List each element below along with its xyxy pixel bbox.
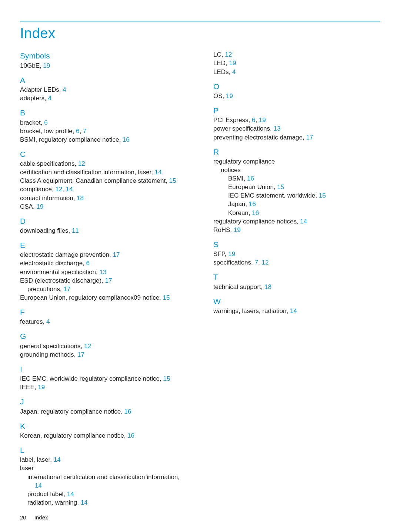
index-entry: ESD (electrostatic discharge), 17 <box>20 277 204 285</box>
index-page-link[interactable]: 15 <box>277 183 284 191</box>
index-column-left: Symbols10GbE, 19AAdapter LEDs, 4adapters… <box>20 51 204 507</box>
page-title: Index <box>20 24 380 43</box>
index-page-link[interactable]: 15 <box>163 294 170 301</box>
index-page-link[interactable]: 19 <box>229 60 236 67</box>
index-section-head: K <box>20 421 204 431</box>
page-footer: 20 Index <box>20 514 48 521</box>
index-page-link[interactable]: 4 <box>46 318 50 325</box>
index-section-head: D <box>20 216 204 226</box>
index-page-link[interactable]: 19 <box>234 226 241 233</box>
index-page-link[interactable]: 6 <box>44 119 47 126</box>
index-column-right: LC, 12LED, 19LEDs, 4OOS, 19PPCI Express,… <box>213 51 380 507</box>
index-page-link[interactable]: 4 <box>48 95 51 102</box>
index-entry-text: Class A equipment, Canadian compliance s… <box>20 177 169 184</box>
index-page-link[interactable]: 12 <box>78 160 85 167</box>
index-entry: bracket, 6 <box>20 119 204 127</box>
index-page-link[interactable]: 16 <box>249 201 256 208</box>
index-entry: laser <box>20 464 204 472</box>
index-page-link[interactable]: 17 <box>63 286 70 293</box>
index-entry: contact information, 18 <box>20 194 204 202</box>
index-page-link[interactable]: 16 <box>123 136 130 143</box>
index-page-link[interactable]: 16 <box>252 209 259 216</box>
index-page-link[interactable]: 14 <box>290 307 297 314</box>
index-page-link[interactable]: 19 <box>259 117 266 124</box>
index-entry-text: OS, <box>213 92 226 100</box>
index-entry-text: Korean, <box>228 209 252 216</box>
index-page-link[interactable]: 12 <box>261 259 269 266</box>
index-page-link[interactable]: 4 <box>232 68 236 75</box>
index-page-link[interactable]: 17 <box>306 134 313 141</box>
index-entry: technical support, 18 <box>213 283 380 291</box>
index-entry-text: electrostatic discharge, <box>20 260 86 267</box>
index-page-link[interactable]: 14 <box>67 491 74 498</box>
index-entry-text: international certification and classifi… <box>27 474 180 481</box>
index-page-link[interactable]: 17 <box>105 277 112 284</box>
index-entry-text: general specifications, <box>20 343 84 350</box>
index-entry-text: adapters, <box>20 95 48 102</box>
index-section-head: A <box>20 75 204 85</box>
index-page-link[interactable]: 16 <box>127 432 134 439</box>
index-page-link[interactable]: 14 <box>155 169 162 176</box>
index-page-separator: , <box>62 186 66 193</box>
index-page-link[interactable]: 7 <box>255 259 258 266</box>
index-page-link[interactable]: 12 <box>225 51 232 58</box>
index-entry: LC, 12 <box>213 51 380 59</box>
index-page-link[interactable]: 6 <box>252 117 255 124</box>
index-entry-text: environmental specification, <box>20 269 100 276</box>
index-page-link[interactable]: 14 <box>54 456 61 463</box>
index-page-link[interactable]: 7 <box>83 128 86 135</box>
index-page-link[interactable]: 15 <box>163 375 170 382</box>
index-entry-text: LED, <box>213 60 229 67</box>
index-page-link[interactable]: 14 <box>35 482 42 489</box>
index-entry-text: 10GbE, <box>20 62 43 69</box>
index-page-link[interactable]: 17 <box>113 251 120 258</box>
index-page-link[interactable]: 15 <box>169 177 176 184</box>
index-page-link[interactable]: 16 <box>124 408 131 415</box>
index-section-head: F <box>20 307 204 317</box>
index-page-link[interactable]: 11 <box>72 227 79 234</box>
index-entry-text: bracket, low profile, <box>20 128 76 135</box>
index-page-link[interactable]: 18 <box>77 195 84 202</box>
index-entry: Korean, regulatory compliance notice, 16 <box>20 432 204 440</box>
index-entry-text: laser <box>20 465 34 472</box>
index-page-link[interactable]: 19 <box>43 62 50 69</box>
index-page-separator: , <box>258 259 261 266</box>
index-page-link[interactable]: 6 <box>86 260 90 267</box>
index-entry-text: notices <box>221 166 241 174</box>
index-entry-text: Japan, regulatory compliance notice, <box>20 408 124 415</box>
index-entry-text: technical support, <box>213 283 264 290</box>
index-entry: BSMI, 16 <box>213 175 380 183</box>
index-entry: notices <box>213 166 380 174</box>
index-page-link[interactable]: 14 <box>66 186 73 193</box>
index-page-link[interactable]: 6 <box>76 128 79 135</box>
index-page-link[interactable]: 18 <box>264 283 271 290</box>
index-section-head: L <box>20 445 204 455</box>
index-entry: warnings, lasers, radiation, 14 <box>213 307 380 315</box>
index-page-link[interactable]: 16 <box>247 175 254 182</box>
index-page-link[interactable]: 14 <box>81 499 88 506</box>
index-entry-text: BSMI, regulatory compliance notice, <box>20 136 123 143</box>
index-entry: regulatory compliance <box>213 158 380 166</box>
index-page-link[interactable]: 4 <box>63 86 66 93</box>
index-page-link[interactable]: 13 <box>100 269 107 276</box>
index-page-link[interactable]: 14 <box>300 218 307 225</box>
index-page-link[interactable]: 13 <box>274 125 281 132</box>
index-page-link[interactable]: 12 <box>55 186 62 193</box>
index-entry: certification and classification informa… <box>20 168 204 176</box>
index-page-link[interactable]: 12 <box>84 343 91 350</box>
index-page-link[interactable]: 19 <box>36 203 43 210</box>
index-section-head: P <box>213 105 380 115</box>
index-section-head: B <box>20 108 204 118</box>
index-entry-text: European Union, <box>228 183 277 191</box>
index-entry-text: LC, <box>213 51 225 58</box>
header-rule <box>20 21 380 21</box>
index-page-link[interactable]: 19 <box>226 92 233 100</box>
index-entry: electrostatic damage prevention, 17 <box>20 251 204 259</box>
index-page-link[interactable]: 19 <box>228 250 235 257</box>
index-page-link[interactable]: 15 <box>319 192 326 199</box>
index-entry: Japan, regulatory compliance notice, 16 <box>20 408 204 416</box>
index-entry-text: regulatory compliance notices, <box>213 218 300 225</box>
index-entry: IEEE, 19 <box>20 383 204 391</box>
index-page-link[interactable]: 17 <box>77 351 84 358</box>
index-page-link[interactable]: 19 <box>38 384 45 391</box>
